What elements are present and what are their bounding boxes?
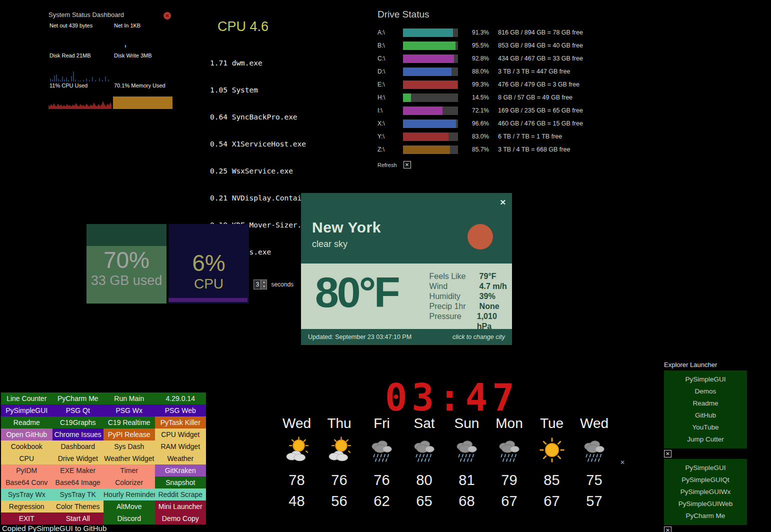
launcher-button[interactable]: Start All: [52, 512, 104, 524]
close-icon[interactable]: [620, 459, 625, 466]
launcher-button[interactable]: Colorizer: [104, 476, 155, 488]
launcher-button[interactable]: PyTask Killer: [155, 416, 206, 428]
explorer-item[interactable]: PySimpleGUIWeb: [664, 498, 747, 510]
detail-label: Wind: [430, 282, 480, 292]
launcher-button[interactable]: PySimpleGUI: [1, 404, 52, 416]
launcher-button[interactable]: AltMove: [104, 500, 155, 512]
cpu-widget: CPU 4.6 1.71 dwm.exe 1.05 System 0.64 Sy…: [210, 19, 360, 132]
net-in-label: Net In 1KB: [114, 22, 140, 28]
change-city-link[interactable]: click to change city: [452, 334, 505, 340]
explorer-item[interactable]: Jump Cutter: [664, 434, 747, 446]
process-row: 1.71 dwm.exe: [210, 58, 360, 68]
launcher-button[interactable]: Base64 Image: [52, 476, 104, 488]
low-temp: 68: [446, 493, 488, 510]
dashboard-title: System Status Dashboard: [48, 11, 178, 18]
launcher-button[interactable]: PyCharm Me: [52, 392, 104, 404]
launcher-button[interactable]: Drive Widget: [52, 452, 104, 464]
detail-value: None: [480, 302, 500, 312]
launcher-button[interactable]: Line Counter: [1, 392, 52, 404]
explorer-item[interactable]: PySimpleGUI: [664, 374, 747, 386]
launcher-button[interactable]: SysTray Wx: [1, 488, 52, 500]
launcher-button[interactable]: CPU: [1, 452, 52, 464]
forecast-day: Sun 81 68: [446, 414, 488, 510]
launcher-button[interactable]: CPU Widget: [155, 428, 206, 440]
explorer-item[interactable]: PySimpleGUI: [664, 462, 747, 474]
ram-tile[interactable]: 70% 33 GB used: [86, 224, 166, 304]
drive-letter: X:\: [378, 120, 403, 127]
weather-condition-icon: [360, 433, 403, 464]
launcher-button[interactable]: Readme: [1, 416, 52, 428]
drive-bar-fill: [403, 120, 456, 128]
launcher-button[interactable]: PyPI Release: [104, 428, 155, 440]
explorer-close-checkbox[interactable]: [664, 526, 672, 532]
launcher-button[interactable]: Sys Dash: [104, 440, 155, 452]
drive-status-widget: Drive Status A:\ 91.3% 816 GB / 894 GB =…: [378, 9, 592, 168]
close-icon[interactable]: [500, 198, 506, 207]
launcher-button[interactable]: Hourly Reminder: [104, 488, 155, 500]
cpu-tile[interactable]: 6% CPU: [168, 224, 249, 304]
forecast-day: Fri 76 62: [360, 414, 403, 510]
launcher-button[interactable]: Regression: [1, 500, 52, 512]
drive-letter: Z:\: [378, 146, 403, 153]
launcher-button[interactable]: EXE Maker: [52, 464, 104, 476]
forecast-day: Wed 78 48: [276, 414, 318, 510]
explorer-item[interactable]: PySimpleGUIWx: [664, 486, 747, 498]
drive-row: I:\ 72.1% 169 GB / 235 GB = 65 GB free: [378, 104, 592, 117]
net-out-label: Net out 439 bytes: [50, 22, 92, 28]
drive-bar-track: [403, 146, 458, 154]
explorer-item[interactable]: Demos: [664, 386, 747, 398]
launcher-button[interactable]: PSG Wx: [104, 404, 155, 416]
weather-widget[interactable]: New York clear sky 80°F Feels Like79°F W…: [301, 193, 512, 345]
launcher-button[interactable]: Discord: [104, 512, 155, 524]
launcher-button[interactable]: Snapshot: [155, 476, 206, 488]
cpu-graph: [48, 96, 112, 109]
launcher-button[interactable]: Timer: [104, 464, 155, 476]
explorer-item[interactable]: Readme: [664, 398, 747, 410]
launcher-button[interactable]: C19Graphs: [52, 416, 104, 428]
drive-row: H:\ 14.5% 8 GB / 57 GB = 49 GB free: [378, 91, 592, 104]
launcher-button[interactable]: Mini Launcher: [155, 500, 206, 512]
update-interval-spinner[interactable]: 3: [254, 280, 267, 290]
disk-read-label: Disk Read 21MB: [50, 52, 91, 58]
process-row: 1.05 System: [210, 86, 360, 94]
exit-button[interactable]: EXIT: [1, 512, 52, 524]
launcher-button[interactable]: PSG Web: [155, 404, 206, 416]
launcher-button[interactable]: PyIDM: [1, 464, 52, 476]
launcher-button[interactable]: PSG Qt: [52, 404, 104, 416]
refresh-label: Refresh: [378, 162, 397, 168]
spinner-down-icon[interactable]: [261, 284, 266, 289]
version-label: 4.29.0.14: [155, 392, 206, 404]
weather-condition-icon: [318, 433, 360, 464]
launcher-button[interactable]: RAM Widget: [155, 440, 206, 452]
launcher-button[interactable]: Run Main: [104, 392, 155, 404]
cpu-tile-accent-strip: [168, 298, 248, 302]
refresh-checkbox[interactable]: [404, 161, 411, 168]
explorer-item[interactable]: GitHub: [664, 410, 747, 422]
explorer-item[interactable]: PyCharm Me: [664, 510, 747, 522]
launcher-button[interactable]: Chrome Issues: [52, 428, 104, 440]
drive-bar-track: [403, 132, 458, 141]
launcher-button[interactable]: Reddit Scrape: [155, 488, 206, 500]
launcher-button[interactable]: Open GitHub: [1, 428, 52, 440]
launcher-button[interactable]: SysTray TK: [52, 488, 104, 500]
drive-status-title: Drive Status: [378, 9, 592, 20]
spinner-up-icon[interactable]: [261, 280, 266, 284]
launcher-button[interactable]: Weather: [155, 452, 206, 464]
launcher-button[interactable]: Demo Copy: [155, 512, 206, 524]
explorer-close-checkbox[interactable]: [664, 450, 672, 458]
explorer-item[interactable]: YouTube: [664, 422, 747, 434]
launcher-button[interactable]: Weather Widget: [104, 452, 155, 464]
launcher-button[interactable]: Color Themes: [52, 500, 104, 512]
drive-bar-fill: [403, 132, 448, 141]
close-icon[interactable]: [164, 12, 171, 20]
launcher-button[interactable]: C19 Realtime: [104, 416, 155, 428]
explorer-item[interactable]: PySimpleGUIQt: [664, 474, 747, 486]
forecast-day: Mon 79 67: [488, 414, 530, 510]
high-temp: 78: [276, 472, 318, 488]
drive-letter: H:\: [378, 94, 403, 101]
drive-detail: 476 GB / 479 GB = 3 GB free: [498, 81, 580, 88]
launcher-button[interactable]: GitKraken: [155, 464, 206, 476]
launcher-button[interactable]: Cookbook: [1, 440, 52, 452]
launcher-button[interactable]: Base64 Conv: [1, 476, 52, 488]
launcher-button[interactable]: Dashboard: [52, 440, 104, 452]
